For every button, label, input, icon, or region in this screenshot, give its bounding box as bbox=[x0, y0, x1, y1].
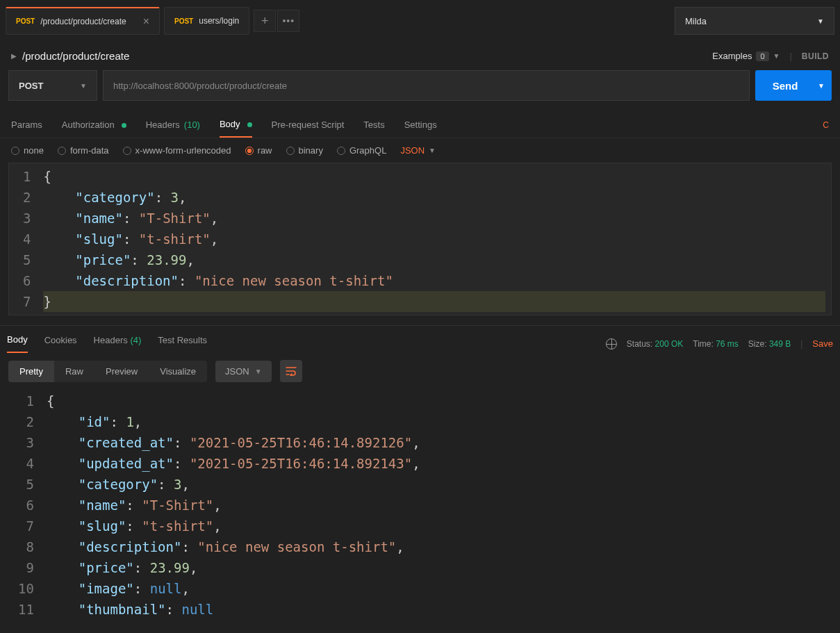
view-visualize[interactable]: Visualize bbox=[149, 361, 207, 382]
view-pretty[interactable]: Pretty bbox=[8, 361, 54, 382]
examples-label: Examples bbox=[712, 51, 752, 61]
response-tab-cookies[interactable]: Cookies bbox=[44, 335, 77, 352]
tab-label: /product/product/create bbox=[40, 17, 126, 26]
view-mode-segment: Pretty Raw Preview Visualize bbox=[8, 361, 207, 382]
chevron-down-icon: ▼ bbox=[80, 82, 87, 90]
environment-name: Milda bbox=[685, 16, 707, 26]
close-icon[interactable]: × bbox=[143, 15, 149, 28]
more-tabs-button[interactable]: ••• bbox=[277, 10, 299, 32]
request-title: /product/product/create bbox=[22, 50, 129, 62]
body-type-binary[interactable]: binary bbox=[286, 145, 323, 156]
request-tab-1[interactable]: POST /product/product/create × bbox=[6, 7, 160, 35]
tabs-row: POST /product/product/create × POST user… bbox=[0, 0, 840, 42]
chevron-down-icon: ▼ bbox=[773, 52, 780, 60]
chevron-down-icon: ▼ bbox=[817, 17, 824, 25]
response-format-dropdown[interactable]: JSON▼ bbox=[215, 361, 272, 382]
chevron-down-icon[interactable]: ▼ bbox=[818, 82, 825, 90]
tab-params[interactable]: Params bbox=[11, 113, 42, 137]
request-tab-2[interactable]: POST users/login bbox=[164, 7, 249, 35]
view-preview[interactable]: Preview bbox=[94, 361, 149, 382]
body-type-raw[interactable]: raw bbox=[245, 145, 272, 156]
request-body-content[interactable]: { "category": 3, "name": "T-Shirt", "slu… bbox=[38, 163, 831, 315]
url-row: POST ▼ Send ▼ bbox=[0, 70, 840, 109]
tab-actions: + ••• bbox=[254, 10, 301, 32]
response-view-toolbar: Pretty Raw Preview Visualize JSON▼ bbox=[0, 353, 840, 389]
breadcrumb-actions: Examples 0 ▼ | BUILD bbox=[712, 51, 829, 61]
method-select[interactable]: POST ▼ bbox=[8, 70, 97, 101]
tab-authorization[interactable]: Authorization bbox=[62, 113, 126, 137]
tab-headers[interactable]: Headers (10) bbox=[146, 113, 200, 137]
send-button[interactable]: Send ▼ bbox=[755, 70, 832, 101]
request-body-editor[interactable]: 1234567 { "category": 3, "name": "T-Shir… bbox=[8, 163, 832, 315]
globe-icon[interactable] bbox=[606, 338, 617, 350]
url-input[interactable] bbox=[103, 70, 750, 101]
method-value: POST bbox=[19, 81, 43, 91]
wrap-lines-button[interactable] bbox=[280, 360, 302, 382]
tab-body[interactable]: Body bbox=[220, 112, 252, 138]
view-raw[interactable]: Raw bbox=[54, 361, 94, 382]
response-tab-body[interactable]: Body bbox=[7, 334, 28, 353]
response-meta: Status: 200 OK Time: 76 ms Size: 349 B |… bbox=[606, 338, 833, 350]
expand-icon[interactable]: ▶ bbox=[11, 52, 17, 60]
tab-method: POST bbox=[16, 17, 35, 25]
tab-tests[interactable]: Tests bbox=[363, 113, 384, 137]
environment-selector[interactable]: Milda ▼ bbox=[675, 7, 834, 35]
tab-label: users/login bbox=[199, 16, 239, 26]
cookies-link[interactable]: C bbox=[823, 120, 829, 130]
line-gutter: 1234567891011 bbox=[4, 389, 41, 621]
line-gutter: 1234567 bbox=[9, 163, 38, 315]
raw-format-dropdown[interactable]: JSON▼ bbox=[400, 145, 436, 156]
body-type-graphql[interactable]: GraphQL bbox=[337, 145, 386, 156]
new-tab-button[interactable]: + bbox=[254, 10, 276, 32]
response-tab-test-results[interactable]: Test Results bbox=[158, 335, 207, 352]
request-section-tabs: Params Authorization Headers (10) Body P… bbox=[0, 109, 840, 138]
tab-settings[interactable]: Settings bbox=[404, 113, 437, 137]
body-type-selector: none form-data x-www-form-urlencoded raw… bbox=[0, 138, 840, 163]
response-tab-headers[interactable]: Headers (4) bbox=[94, 335, 142, 352]
examples-dropdown[interactable]: Examples 0 ▼ bbox=[712, 51, 780, 61]
response-section: Body Cookies Headers (4) Test Results St… bbox=[0, 325, 840, 353]
body-type-none[interactable]: none bbox=[11, 145, 44, 156]
body-type-form-data[interactable]: form-data bbox=[58, 145, 109, 156]
build-link[interactable]: BUILD bbox=[802, 51, 829, 61]
response-body-content: { "id": 1, "created_at": "2021-05-25T16:… bbox=[41, 389, 836, 621]
send-label: Send bbox=[773, 80, 798, 92]
tab-method: POST bbox=[174, 17, 193, 25]
body-type-xwww[interactable]: x-www-form-urlencoded bbox=[123, 145, 231, 156]
save-response-button[interactable]: Save bbox=[812, 338, 833, 349]
tab-pre-request[interactable]: Pre-request Script bbox=[272, 113, 345, 137]
breadcrumb-row: ▶ /product/product/create Examples 0 ▼ |… bbox=[0, 42, 840, 70]
examples-count: 0 bbox=[756, 51, 768, 61]
response-body-editor[interactable]: 1234567891011 { "id": 1, "created_at": "… bbox=[4, 389, 836, 621]
